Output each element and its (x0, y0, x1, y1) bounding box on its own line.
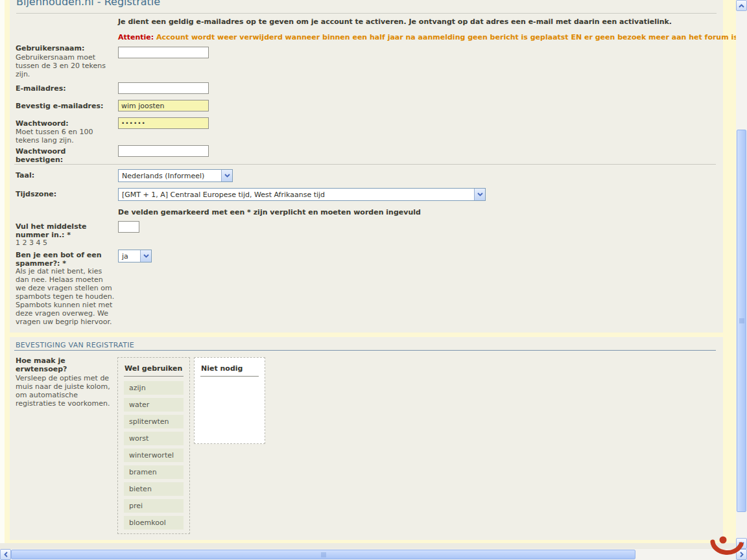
soup-question-help: Versleep de opties met de muis naar de j… (16, 374, 115, 408)
chevron-down-icon[interactable] (140, 250, 151, 262)
drag-item-spliterwten[interactable]: spliterwten (124, 415, 184, 428)
language-select-value: Nederlands (Informeel) (119, 172, 221, 180)
email-confirm-input[interactable] (118, 100, 209, 111)
drag-item-bramen[interactable]: bramen (124, 465, 184, 479)
language-label: Taal: (16, 171, 115, 180)
bot-question-help: Als je dat niet bent, kies dan nee. Hela… (16, 267, 115, 326)
confirmation-section-divider (14, 350, 716, 351)
attention-text: Attentie: Account wordt weer verwijderd … (118, 33, 747, 41)
captcha-digits: 1 2 3 4 5 (16, 239, 115, 247)
scrollbar-grip (321, 552, 326, 557)
chevron-down-icon[interactable] (474, 189, 485, 200)
soup-question-label: Hoe maak je erwtensoep? (16, 356, 115, 373)
language-select[interactable]: Nederlands (Informeel) (118, 169, 233, 182)
attention-label: Attentie: (118, 33, 154, 41)
username-help: Gebruikersnaam moet tussen de 3 en 20 te… (16, 53, 115, 78)
drag-item-prei[interactable]: prei (124, 499, 184, 513)
registration-panel (10, 0, 723, 332)
smiley-logo-icon (709, 533, 746, 560)
email-label: E-mailadres: (16, 84, 115, 93)
drag-item-azijn[interactable]: azijn (124, 381, 184, 395)
email-confirm-label: Bevestig e-mailadres: (16, 102, 115, 110)
drag-column-use-header: Wel gebruiken (124, 363, 184, 377)
timezone-label: Tijdszone: (16, 190, 115, 198)
username-label: Gebruikersnaam: (16, 44, 115, 52)
bot-select-value: ja (119, 252, 140, 261)
title-divider (16, 13, 717, 14)
page-bottom-edge (0, 543, 735, 549)
vertical-scrollbar[interactable] (736, 0, 747, 549)
vertical-scrollbar-thumb[interactable] (737, 130, 746, 512)
drag-column-use[interactable]: Wel gebruiken azijn water spliterwten wo… (117, 357, 190, 534)
password-help: Moet tussen 6 en 100 tekens lang zijn. (16, 128, 115, 145)
captcha-input[interactable] (118, 221, 139, 233)
attention-message: Account wordt weer verwijderd wanneer bi… (156, 33, 747, 41)
page-title: Bijenhouden.nl - Registratie (16, 0, 160, 8)
required-note: De velden gemarkeerd met een * zijn verp… (118, 208, 421, 216)
chevron-down-icon[interactable] (221, 170, 232, 181)
horizontal-scrollbar[interactable] (0, 549, 747, 560)
scroll-left-icon[interactable] (0, 549, 11, 560)
drag-item-bloemkool[interactable]: bloemkool (124, 516, 184, 530)
timezone-select[interactable]: [GMT + 1, A] Centraal Europese tijd, Wes… (118, 188, 486, 201)
password-confirm-input[interactable] (118, 145, 209, 157)
password-label: Wachtwoord: (16, 119, 115, 128)
password-input[interactable] (118, 117, 209, 129)
username-input[interactable] (118, 47, 209, 58)
drag-column-not-needed-header: Niet nodig (200, 363, 259, 377)
drag-item-worst[interactable]: worst (124, 432, 184, 445)
page-left-edge (0, 0, 5, 549)
drag-item-water[interactable]: water (124, 398, 184, 412)
bot-question-label: Ben je een bot of een spammer?: * (16, 251, 115, 268)
drag-item-winterwortel[interactable]: winterwortel (124, 449, 184, 462)
confirmation-section-header: BEVESTIGING VAN REGISTRATIE (16, 341, 134, 349)
password-confirm-label: Wachtwoord bevestigen: (16, 147, 115, 164)
drag-column-not-needed[interactable]: Niet nodig (194, 357, 265, 444)
confirmation-panel (10, 337, 723, 540)
intro-text: Je dient een geldig e-mailadres op te ge… (118, 18, 672, 26)
scroll-up-icon[interactable] (736, 0, 747, 11)
drag-item-bieten[interactable]: bieten (124, 482, 184, 496)
form-divider (14, 164, 716, 165)
scrollbar-grip (739, 319, 744, 323)
bot-question-select[interactable]: ja (118, 250, 152, 262)
captcha-label: Vul het middelste nummer in.: * (16, 222, 115, 239)
email-input[interactable] (118, 82, 209, 94)
timezone-select-value: [GMT + 1, A] Centraal Europese tijd, Wes… (119, 191, 474, 199)
horizontal-scrollbar-thumb[interactable] (11, 550, 635, 559)
